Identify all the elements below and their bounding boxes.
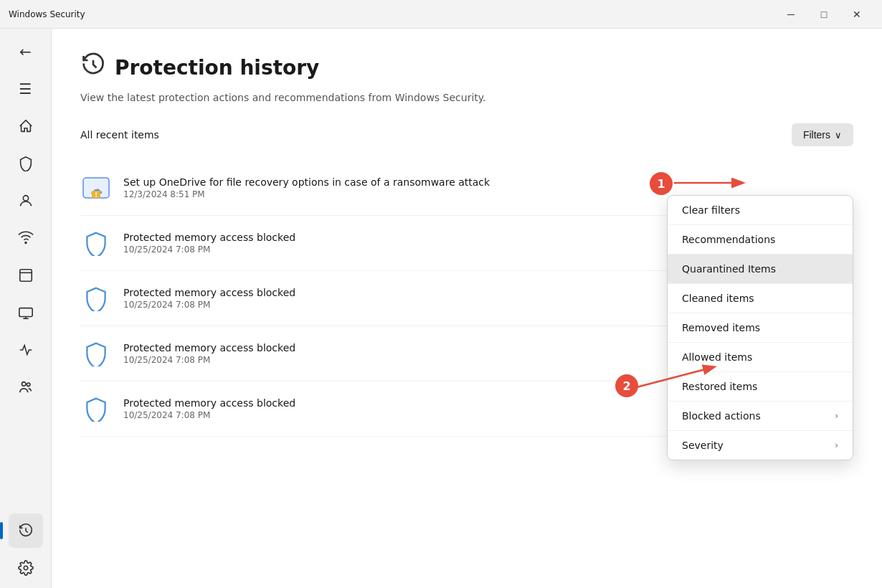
filter-severity-label: Severity: [682, 440, 724, 451]
page-title: Protection history: [115, 56, 319, 80]
severity-chevron-icon: ›: [835, 440, 838, 450]
filter-clear-label: Clear filters: [682, 204, 740, 216]
history-icon: [18, 523, 34, 539]
filter-allowed-label: Allowed items: [682, 351, 752, 363]
item-title: Protected memory access blocked: [123, 342, 611, 354]
titlebar: Windows Security ─ □ ✕: [0, 0, 882, 29]
filter-restored[interactable]: Restored items: [668, 372, 853, 402]
sidebar-item-network[interactable]: [9, 221, 43, 255]
sidebar-item-shield[interactable]: [9, 146, 43, 181]
item-icon-shield: [80, 338, 112, 369]
filters-button[interactable]: Filters ∨: [792, 123, 853, 146]
page-history-icon: [80, 52, 106, 83]
svg-rect-2: [19, 270, 32, 282]
sidebar-item-back[interactable]: ←: [9, 34, 43, 69]
network-icon: [18, 230, 34, 246]
page-description: View the latest protection actions and r…: [80, 92, 853, 103]
app-title: Windows Security: [9, 9, 774, 19]
item-icon-onedrive: ☁ !: [80, 172, 112, 204]
item-title: Protected memory access blocked: [123, 287, 611, 298]
minimize-button[interactable]: ─: [774, 3, 807, 26]
sidebar-item-device[interactable]: [9, 295, 43, 330]
sidebar-item-history[interactable]: [9, 513, 43, 548]
sidebar-item-account[interactable]: [9, 184, 43, 218]
item-icon-shield: [80, 227, 112, 259]
svg-point-1: [25, 242, 27, 244]
filter-cleaned[interactable]: Cleaned items: [668, 284, 853, 313]
sidebar: ← ☰: [0, 29, 52, 588]
svg-point-8: [27, 383, 30, 387]
app-body: ← ☰: [0, 29, 882, 588]
page-header: Protection history: [80, 52, 853, 83]
browser-icon: [18, 267, 34, 283]
back-icon: ←: [19, 43, 32, 60]
window-controls: ─ □ ✕: [774, 3, 873, 26]
filter-removed[interactable]: Removed items: [668, 313, 853, 343]
filter-blocked-actions[interactable]: Blocked actions ›: [668, 402, 853, 431]
sidebar-item-health[interactable]: [9, 333, 43, 367]
filter-allowed[interactable]: Allowed items: [668, 343, 853, 372]
svg-point-7: [22, 382, 26, 387]
health-icon: [18, 342, 34, 358]
shield-nav-icon: [18, 156, 34, 171]
filter-recommendations[interactable]: Recommendations: [668, 225, 853, 255]
filters-row: All recent items Filters ∨: [80, 123, 853, 146]
filters-dropdown: Clear filters Recommendations Quarantine…: [667, 195, 853, 460]
account-icon: [18, 193, 34, 209]
all-recent-label: All recent items: [80, 129, 159, 141]
filters-button-label: Filters: [803, 129, 830, 141]
filter-quarantined[interactable]: Quarantined Items: [668, 255, 853, 284]
family-icon: [18, 379, 34, 395]
item-title: Protected memory access blocked: [123, 232, 611, 243]
maximize-button[interactable]: □: [807, 3, 840, 26]
close-button[interactable]: ✕: [840, 3, 873, 26]
item-icon-shield: [80, 393, 112, 425]
sidebar-item-menu[interactable]: ☰: [9, 72, 43, 106]
blocked-chevron-icon: ›: [835, 411, 838, 421]
menu-icon: ☰: [19, 80, 32, 98]
item-title: Set up OneDrive for file recovery option…: [123, 176, 611, 188]
svg-rect-4: [19, 308, 32, 317]
filters-chevron-icon: ∨: [835, 130, 842, 141]
sidebar-item-browser[interactable]: [9, 258, 43, 293]
filter-quarantined-label: Quarantined Items: [682, 263, 776, 275]
filter-severity[interactable]: Severity ›: [668, 431, 853, 460]
sidebar-item-settings[interactable]: [9, 551, 43, 585]
item-title: Protected memory access blocked: [123, 397, 611, 409]
sidebar-item-home[interactable]: [9, 109, 43, 143]
svg-text:!: !: [95, 191, 98, 199]
home-icon: [18, 118, 34, 134]
device-icon: [18, 305, 34, 321]
item-icon-shield: [80, 283, 112, 314]
filter-restored-label: Restored items: [682, 381, 757, 392]
filter-removed-label: Removed items: [682, 322, 760, 333]
filter-clear[interactable]: Clear filters: [668, 196, 853, 225]
filter-recommendations-label: Recommendations: [682, 234, 775, 245]
sidebar-item-family[interactable]: [9, 370, 43, 404]
settings-icon: [18, 560, 34, 576]
svg-point-9: [24, 566, 28, 570]
svg-point-0: [23, 196, 28, 201]
filter-cleaned-label: Cleaned items: [682, 293, 754, 304]
main-content: Protection history View the latest prote…: [52, 29, 882, 588]
filter-blocked-label: Blocked actions: [682, 410, 761, 422]
